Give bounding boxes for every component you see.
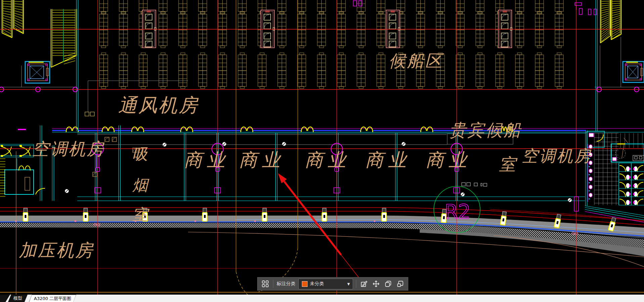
svg-text:R2: R2 <box>445 200 470 223</box>
svg-text:通风机房: 通风机房 <box>118 94 199 116</box>
chevron-down-icon[interactable]: ▼ <box>345 279 352 289</box>
svg-text:候船区: 候船区 <box>389 51 444 71</box>
svg-text:商业: 商业 <box>184 149 230 171</box>
tab-model[interactable]: 模型 <box>8 295 28 302</box>
cad-drawing-canvas[interactable]: 通风机房空调机房候船区贵宾候船室空调机房加压机房吸烟室商业商业商业商业商业R2 <box>0 0 644 295</box>
category-dropdown-value: 未分类 <box>310 281 345 287</box>
svg-text:商业: 商业 <box>239 149 285 171</box>
category-color-swatch <box>302 281 308 287</box>
svg-text:商业: 商业 <box>305 149 351 171</box>
svg-text:贵宾候船: 贵宾候船 <box>449 120 522 140</box>
paste-icon[interactable] <box>396 279 405 288</box>
edit-annotation-icon[interactable] <box>360 279 368 288</box>
copy-icon[interactable] <box>384 279 393 288</box>
svg-text:空调机房: 空调机房 <box>522 146 592 165</box>
tab-layout-label: A3200 二层平面图 <box>34 296 71 302</box>
annotation-category-label: 标注分类 <box>277 281 295 287</box>
svg-text:室: 室 <box>499 155 518 174</box>
tab-model-label: 模型 <box>13 295 22 301</box>
tab-layout-a3200[interactable]: A3200 二层平面图 <box>29 295 76 302</box>
svg-text:吸: 吸 <box>132 145 149 163</box>
category-dropdown[interactable]: 未分类 ▼ <box>299 279 353 289</box>
layout-tab-bar: 模型 A3200 二层平面图 <box>0 295 644 302</box>
move-icon[interactable] <box>372 279 380 288</box>
toolbar-separator <box>273 280 273 288</box>
svg-text:加压机房: 加压机房 <box>19 240 94 260</box>
svg-text:空调机房: 空调机房 <box>32 139 105 159</box>
svg-text:商业: 商业 <box>426 149 471 171</box>
svg-text:烟: 烟 <box>132 176 149 194</box>
annotation-grid-icon[interactable] <box>261 279 270 288</box>
svg-text:商业: 商业 <box>365 149 411 171</box>
svg-text:室: 室 <box>132 205 150 224</box>
toolbar-separator <box>356 280 356 288</box>
annotation-toolbar: 标注分类 未分类 ▼ <box>257 277 408 291</box>
cad-window: 通风机房空调机房候船区贵宾候船室空调机房加压机房吸烟室商业商业商业商业商业R2 … <box>0 0 644 302</box>
